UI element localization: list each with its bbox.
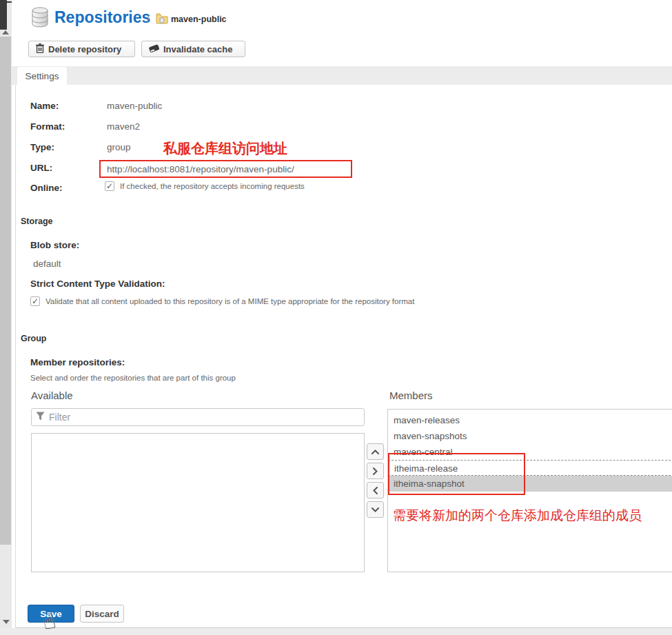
group-section-title: Group (21, 334, 47, 343)
url-annotation-text: 私服仓库组访问地址 (163, 139, 287, 158)
format-label: Format: (30, 121, 65, 132)
invalidate-cache-label: Invalidate cache (163, 44, 232, 54)
members-column-header: Members (389, 390, 433, 401)
move-left-button[interactable] (367, 482, 384, 498)
repository-folder-icon (156, 13, 168, 27)
member-item[interactable]: maven-snapshots (388, 428, 672, 444)
bottom-strip (0, 628, 672, 635)
discard-button[interactable]: Discard (80, 605, 124, 623)
page-title[interactable]: Repositories (54, 8, 150, 27)
breadcrumb-separator: / (147, 13, 150, 24)
member-item-drag-target[interactable]: itheima-release (388, 460, 672, 476)
chevron-down-icon (371, 507, 379, 512)
window-corner-artifact (0, 0, 7, 30)
scrollbar-up-arrow[interactable] (2, 30, 9, 34)
move-down-button[interactable] (367, 501, 384, 518)
tab-settings[interactable]: Settings (17, 67, 67, 85)
strict-validation-row: ✓ Validate that all content uploaded to … (30, 296, 414, 306)
delete-repository-label: Delete repository (48, 44, 121, 54)
strict-validation-label: Strict Content Type Validation: (30, 279, 165, 289)
member-item[interactable]: maven-central (388, 444, 672, 460)
move-right-button[interactable] (367, 463, 384, 479)
delete-repository-button[interactable]: Delete repository (28, 41, 135, 57)
available-list[interactable] (31, 433, 365, 572)
chevron-left-icon (373, 487, 378, 494)
format-value: maven2 (107, 121, 140, 132)
online-checkbox[interactable]: ✓ (105, 181, 114, 191)
eraser-icon (149, 43, 159, 54)
online-checkbox-row: ✓ If checked, the repository accepts inc… (105, 181, 305, 191)
save-button[interactable]: Save (28, 605, 74, 623)
trash-icon (36, 43, 44, 55)
storage-section-title: Storage (21, 216, 53, 226)
member-repositories-help: Select and order the repositories that a… (30, 374, 236, 382)
type-label: Type: (30, 142, 54, 152)
url-label: URL: (30, 163, 52, 173)
filter-input[interactable] (49, 412, 360, 423)
url-value[interactable]: http://localhost:8081/repository/maven-p… (107, 164, 294, 174)
chevron-up-icon (371, 450, 379, 454)
filter-funnel-icon (36, 411, 45, 423)
member-repositories-label: Member repositories: (30, 357, 125, 367)
scrollbar-thumb[interactable] (0, 37, 11, 545)
name-label: Name: (30, 101, 59, 111)
chevron-right-icon (373, 467, 378, 475)
available-column-header: Available (31, 390, 73, 401)
nexus-repository-settings-page: Repositories / maven-public (0, 0, 672, 635)
name-value: maven-public (107, 101, 162, 111)
tab-bar (12, 66, 672, 85)
blob-store-label: Blob store: (30, 240, 79, 250)
type-value: group (107, 142, 131, 152)
online-label: Online: (30, 183, 63, 193)
members-list[interactable]: maven-releases maven-snapshots maven-cen… (387, 409, 672, 572)
available-filter (31, 408, 365, 426)
member-item[interactable]: maven-releases (388, 412, 672, 428)
blob-store-value: default (33, 259, 61, 269)
breadcrumb-current: maven-public (171, 14, 227, 24)
members-annotation-text: 需要将新加的两个仓库添加成仓库组的成员 (393, 507, 642, 525)
page-header: Repositories / maven-public (12, 0, 672, 65)
strict-validation-help: Validate that all content uploaded to th… (45, 297, 414, 305)
member-item-selected[interactable]: itheima-snapshot (388, 476, 672, 492)
strict-validation-checkbox[interactable]: ✓ (30, 296, 40, 306)
scrollbar-down-arrow[interactable] (3, 620, 10, 624)
database-icon (30, 7, 50, 30)
online-help-text: If checked, the repository accepts incom… (120, 182, 305, 190)
invalidate-cache-button[interactable]: Invalidate cache (141, 41, 245, 57)
move-up-button[interactable] (367, 443, 384, 460)
